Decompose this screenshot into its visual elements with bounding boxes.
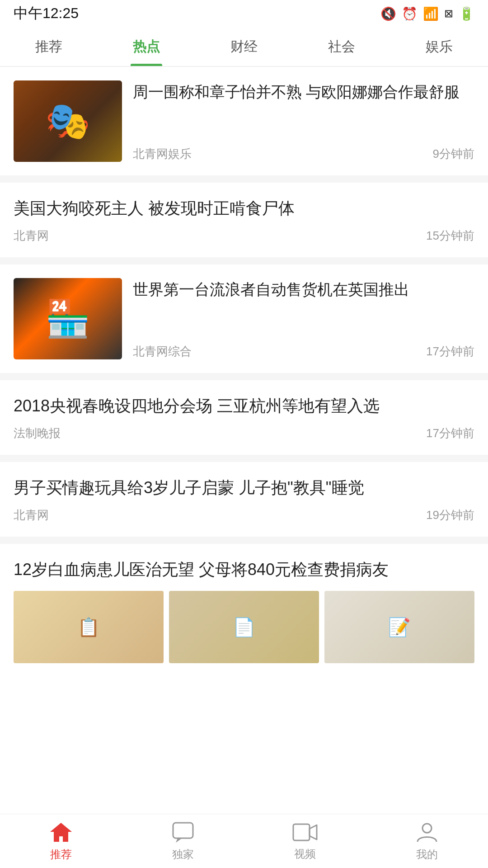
news-img-6-1: 📋 bbox=[14, 591, 164, 663]
news-source-1: 北青网娱乐 bbox=[133, 146, 192, 162]
alarm-icon: ⏰ bbox=[402, 6, 418, 21]
news-time-3: 17分钟前 bbox=[426, 344, 474, 359]
bottom-nav-video[interactable]: 视频 bbox=[244, 814, 366, 868]
news-source-2: 北青网 bbox=[14, 228, 49, 244]
status-bar: 中午12:25 🔇 ⏰ 📶 ⊠ 🔋 bbox=[0, 0, 488, 27]
svg-rect-3 bbox=[293, 824, 310, 840]
nav-tabs: 推荐 热点 财经 社会 娱乐 bbox=[0, 27, 488, 67]
news-item-4[interactable]: 2018央视春晚设四地分会场 三亚杭州等地有望入选 法制晚报 17分钟前 bbox=[0, 380, 488, 455]
svg-point-5 bbox=[422, 824, 432, 833]
news-item-6[interactable]: 12岁白血病患儿医治无望 父母将840元检查费捐病友 📋 📄 📝 bbox=[0, 544, 488, 686]
news-meta-1: 北青网娱乐 9分钟前 bbox=[133, 146, 474, 162]
news-title-6: 12岁白血病患儿医治无望 父母将840元检查费捐病友 bbox=[14, 557, 474, 582]
news-item-3[interactable]: 世界第一台流浪者自动售货机在英国推出 北青网综合 17分钟前 bbox=[0, 264, 488, 373]
status-icons: 🔇 ⏰ 📶 ⊠ 🔋 bbox=[380, 6, 474, 21]
news-meta-2: 北青网 15分钟前 bbox=[14, 228, 474, 244]
news-content-1: 周一围称和章子怡并不熟 与欧阳娜娜合作最舒服 北青网娱乐 9分钟前 bbox=[133, 80, 474, 162]
news-img-6-3: 📝 bbox=[324, 591, 474, 663]
news-title-2: 美国大狗咬死主人 被发现时正啃食尸体 bbox=[14, 196, 474, 221]
home-icon bbox=[49, 821, 73, 844]
news-title-5: 男子买情趣玩具给3岁儿子启蒙 儿子抱"教具"睡觉 bbox=[14, 476, 474, 500]
svg-marker-4 bbox=[310, 825, 317, 840]
news-time-1: 9分钟前 bbox=[433, 146, 474, 162]
tab-redian[interactable]: 热点 bbox=[98, 27, 195, 66]
person-icon bbox=[416, 821, 438, 844]
news-meta-5: 北青网 19分钟前 bbox=[14, 507, 474, 523]
news-source-4: 法制晚报 bbox=[14, 425, 61, 441]
bottom-nav-profile-label: 我的 bbox=[416, 847, 438, 862]
bottom-nav-profile[interactable]: 我的 bbox=[366, 814, 488, 868]
news-source-3: 北青网综合 bbox=[133, 344, 192, 359]
news-time-4: 17分钟前 bbox=[426, 425, 474, 441]
news-item-5[interactable]: 男子买情趣玩具给3岁儿子启蒙 儿子抱"教具"睡觉 北青网 19分钟前 bbox=[0, 462, 488, 537]
tab-caijing[interactable]: 财经 bbox=[195, 27, 293, 66]
sim-icon: ⊠ bbox=[444, 7, 453, 20]
bottom-nav-exclusive-label: 独家 bbox=[172, 847, 194, 862]
news-item-2[interactable]: 美国大狗咬死主人 被发现时正啃食尸体 北青网 15分钟前 bbox=[0, 183, 488, 257]
news-meta-4: 法制晚报 17分钟前 bbox=[14, 425, 474, 441]
news-source-5: 北青网 bbox=[14, 507, 49, 523]
news-time-5: 19分钟前 bbox=[426, 507, 474, 523]
news-item-1[interactable]: 周一围称和章子怡并不熟 与欧阳娜娜合作最舒服 北青网娱乐 9分钟前 bbox=[0, 67, 488, 175]
news-thumb-3 bbox=[14, 278, 122, 359]
tab-tuijian[interactable]: 推荐 bbox=[0, 27, 98, 66]
news-title-4: 2018央视春晚设四地分会场 三亚杭州等地有望入选 bbox=[14, 394, 474, 418]
bottom-nav-exclusive[interactable]: 独家 bbox=[122, 814, 244, 868]
news-thumb-1 bbox=[14, 80, 122, 162]
svg-rect-1 bbox=[173, 823, 193, 838]
status-time: 中午12:25 bbox=[14, 4, 79, 24]
chat-icon bbox=[171, 821, 195, 844]
news-time-2: 15分钟前 bbox=[426, 228, 474, 244]
news-images-row-6: 📋 📄 📝 bbox=[14, 591, 474, 663]
bottom-nav-video-label: 视频 bbox=[294, 847, 316, 861]
news-img-6-2: 📄 bbox=[169, 591, 319, 663]
news-meta-3: 北青网综合 17分钟前 bbox=[133, 344, 474, 359]
news-title-1: 周一围称和章子怡并不熟 与欧阳娜娜合作最舒服 bbox=[133, 80, 474, 104]
bottom-nav-home[interactable]: 推荐 bbox=[0, 814, 122, 868]
news-title-3: 世界第一台流浪者自动售货机在英国推出 bbox=[133, 278, 474, 301]
wifi-icon: 📶 bbox=[423, 6, 439, 21]
bottom-nav: 推荐 独家 视频 我的 bbox=[0, 814, 488, 868]
news-feed: 周一围称和章子怡并不熟 与欧阳娜娜合作最舒服 北青网娱乐 9分钟前 美国大狗咬死… bbox=[0, 67, 488, 686]
video-icon bbox=[292, 821, 318, 843]
bottom-nav-home-label: 推荐 bbox=[50, 847, 72, 862]
mute-icon: 🔇 bbox=[380, 6, 396, 21]
svg-marker-0 bbox=[50, 823, 72, 842]
battery-icon: 🔋 bbox=[459, 6, 474, 21]
news-content-3: 世界第一台流浪者自动售货机在英国推出 北青网综合 17分钟前 bbox=[133, 278, 474, 359]
tab-shehui[interactable]: 社会 bbox=[293, 27, 390, 66]
tab-yule[interactable]: 娱乐 bbox=[390, 27, 488, 66]
